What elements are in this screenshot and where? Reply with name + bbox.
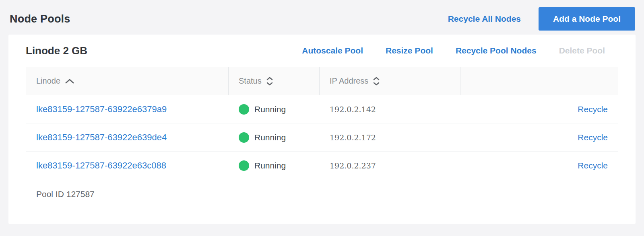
header-actions: Recycle All Nodes Add a Node Pool xyxy=(448,7,635,31)
column-header-status-label: Status xyxy=(239,76,262,86)
status-label: Running xyxy=(254,133,286,142)
table-row: lke83159-127587-63922e639de4 Running 192… xyxy=(26,123,618,152)
pool-id-label: Pool ID 127587 xyxy=(36,189,95,199)
recycle-link[interactable]: Recycle xyxy=(578,161,608,170)
column-header-linode[interactable]: Linode xyxy=(26,67,229,95)
recycle-link[interactable]: Recycle xyxy=(578,105,608,114)
sort-chevrons-icon xyxy=(266,77,273,86)
column-header-actions xyxy=(460,67,618,95)
recycle-pool-nodes-link[interactable]: Recycle Pool Nodes xyxy=(456,46,537,55)
linode-link[interactable]: lke83159-127587-63922e6379a9 xyxy=(36,104,167,114)
table-header-row: Linode Status IP Address xyxy=(26,67,618,95)
pool-id-row: Pool ID 127587 xyxy=(26,180,618,208)
ip-address: 192.0.2.237 xyxy=(320,161,460,170)
autoscale-pool-link[interactable]: Autoscale Pool xyxy=(302,46,363,55)
status-label: Running xyxy=(254,161,286,170)
column-header-ip-address[interactable]: IP Address xyxy=(320,67,460,95)
sort-chevrons-icon xyxy=(373,77,380,86)
linode-link[interactable]: lke83159-127587-63922e63c088 xyxy=(36,160,166,170)
table-row: lke83159-127587-63922e6379a9 Running 192… xyxy=(26,95,618,123)
status-label: Running xyxy=(254,105,286,114)
page-header: Node Pools Recycle All Nodes Add a Node … xyxy=(0,0,644,35)
column-header-ip-address-label: IP Address xyxy=(330,76,368,86)
linode-link[interactable]: lke83159-127587-63922e639de4 xyxy=(36,132,167,142)
add-node-pool-button[interactable]: Add a Node Pool xyxy=(539,7,635,31)
delete-pool-link[interactable]: Delete Pool xyxy=(559,46,605,55)
chevron-up-icon xyxy=(65,79,74,84)
table-row: lke83159-127587-63922e63c088 Running 192… xyxy=(26,152,618,180)
recycle-all-nodes-link[interactable]: Recycle All Nodes xyxy=(448,14,521,24)
ip-address: 192.0.2.142 xyxy=(320,105,460,114)
pool-actions: Autoscale Pool Resize Pool Recycle Pool … xyxy=(302,46,618,55)
page-title: Node Pools xyxy=(10,13,70,25)
resize-pool-link[interactable]: Resize Pool xyxy=(386,46,433,55)
status-running-dot-icon xyxy=(239,160,249,171)
node-pool-card: Linode 2 GB Autoscale Pool Resize Pool R… xyxy=(8,35,636,224)
recycle-link[interactable]: Recycle xyxy=(578,133,608,142)
node-pools-page: Node Pools Recycle All Nodes Add a Node … xyxy=(0,0,644,236)
pool-card-header: Linode 2 GB Autoscale Pool Resize Pool R… xyxy=(26,35,618,67)
ip-address: 192.0.2.172 xyxy=(320,133,460,142)
nodes-table: Linode Status IP Address xyxy=(26,67,618,208)
pool-title: Linode 2 GB xyxy=(26,45,87,57)
column-header-linode-label: Linode xyxy=(36,76,60,86)
status-running-dot-icon xyxy=(239,132,249,143)
table-body: lke83159-127587-63922e6379a9 Running 192… xyxy=(26,95,618,180)
column-header-status[interactable]: Status xyxy=(229,67,320,95)
status-running-dot-icon xyxy=(239,104,249,115)
